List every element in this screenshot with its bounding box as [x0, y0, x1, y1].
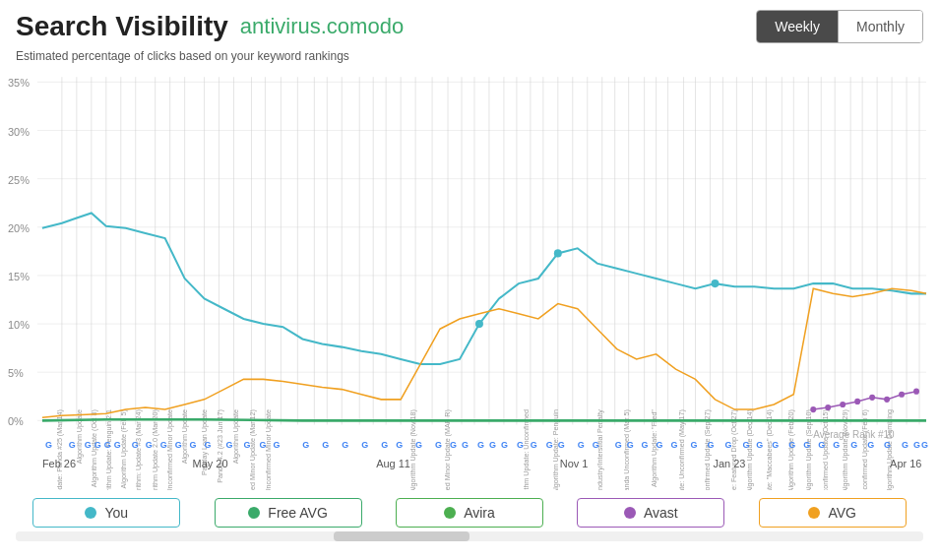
legend-item-avast[interactable]: Avast	[577, 498, 724, 528]
svg-text:G: G	[160, 440, 167, 450]
legend-item-you[interactable]: You	[32, 498, 180, 528]
svg-text:15%: 15%	[8, 271, 30, 282]
svg-text:G: G	[867, 440, 874, 450]
svg-text:G: G	[913, 440, 920, 450]
svg-text:G: G	[396, 440, 403, 450]
legend-item-free-avg[interactable]: Free AVG	[215, 498, 362, 528]
svg-text:30%: 30%	[8, 125, 30, 137]
svg-text:Algorithm Unconfirmed Minor Up: Algorithm Unconfirmed Minor Update (Mar …	[250, 409, 258, 490]
horizontal-scrollbar[interactable]	[16, 531, 923, 541]
legend-label-avast: Avast	[644, 505, 678, 521]
svg-text:Algorithm: Update #3 (Mar 24): Algorithm: Update #3 (Mar 24)	[135, 409, 143, 490]
svg-text:G: G	[850, 440, 857, 450]
svg-text:G: G	[788, 440, 795, 450]
svg-text:G: G	[132, 440, 139, 450]
svg-text:G: G	[593, 440, 599, 450]
svg-text:G: G	[724, 440, 731, 450]
header: Search Visibility antivirus.comodo Weekl…	[0, 0, 939, 47]
svg-text:Nov 1: Nov 1	[560, 458, 589, 469]
svg-text:G: G	[772, 440, 779, 450]
svg-text:G: G	[273, 440, 280, 450]
svg-text:G: G	[94, 440, 101, 450]
svg-text:Unconfirmed Minor Update: Unconfirmed Minor Update	[266, 409, 274, 490]
svg-text:G: G	[742, 440, 749, 450]
svg-text:G: G	[531, 440, 537, 450]
svg-text:G: G	[381, 440, 388, 450]
svg-text:G: G	[104, 440, 111, 450]
svg-text:Unconfirmed Minor Update: Unconfirmed Minor Update	[166, 409, 174, 490]
svg-text:G: G	[450, 440, 457, 450]
svg-text:G: G	[489, 440, 496, 450]
svg-text:G: G	[627, 440, 634, 450]
svg-text:G: G	[707, 440, 714, 450]
you-dot	[85, 507, 96, 519]
svg-point-109	[554, 249, 562, 257]
page-title: Search Visibility	[16, 11, 228, 42]
svg-text:5%: 5%	[8, 367, 24, 379]
title-area: Search Visibility antivirus.comodo	[16, 11, 404, 42]
svg-text:G: G	[546, 440, 553, 450]
svg-text:G: G	[146, 440, 153, 450]
svg-text:Algorithm Update 2.0 (Mar 20): Algorithm Update 2.0 (Mar 20)	[152, 409, 159, 490]
legend: You Free AVG Avira Avast AVG	[0, 490, 939, 531]
svg-text:G: G	[361, 440, 368, 450]
chart-subtitle: Estimated percentage of clicks based on …	[0, 47, 939, 67]
svg-text:G: G	[833, 440, 840, 450]
weekly-button[interactable]: Weekly	[757, 11, 839, 42]
legend-item-avira[interactable]: Avira	[396, 498, 543, 528]
svg-text:Algorithm Update: Algorithm Update	[76, 409, 84, 464]
svg-text:G: G	[259, 440, 266, 450]
svg-text:G: G	[302, 440, 309, 450]
svg-text:G: G	[435, 440, 442, 450]
legend-item-avg[interactable]: AVG	[759, 498, 907, 528]
chart-svg: 35% 30% 25% 20% 15% 10% 5% 0%	[8, 67, 931, 490]
svg-text:G: G	[578, 440, 585, 450]
svg-text:10%: 10%	[8, 319, 30, 331]
svg-text:G: G	[803, 440, 810, 450]
svg-text:G: G	[114, 440, 121, 450]
svg-text:G: G	[45, 440, 52, 450]
svg-text:G: G	[85, 440, 92, 450]
avg-rank-label: Average Rank #10	[813, 429, 895, 440]
chart-container: 35% 30% 25% 20% 15% 10% 5% 0%	[0, 67, 939, 490]
monthly-button[interactable]: Monthly	[839, 11, 922, 42]
svg-text:G: G	[226, 440, 233, 450]
svg-text:20%: 20%	[8, 222, 30, 234]
avg-dot	[808, 507, 820, 519]
svg-text:G: G	[342, 440, 348, 450]
svg-text:Aug 11: Aug 11	[376, 458, 410, 469]
legend-label-free-avg: Free AVG	[268, 505, 327, 521]
legend-label-avira: Avira	[464, 505, 495, 521]
svg-text:G: G	[642, 440, 649, 450]
svg-text:G: G	[243, 440, 250, 450]
svg-point-108	[475, 320, 483, 328]
scrollbar-thumb[interactable]	[334, 531, 470, 541]
svg-text:G: G	[691, 440, 698, 450]
free-avg-dot	[248, 507, 260, 519]
svg-text:May 20: May 20	[193, 458, 228, 469]
svg-text:Apr 16: Apr 16	[890, 458, 921, 469]
svg-text:0%: 0%	[8, 415, 24, 427]
svg-text:G: G	[477, 440, 484, 450]
svg-text:G: G	[205, 440, 212, 450]
svg-text:G: G	[69, 440, 76, 450]
svg-text:G: G	[615, 440, 622, 450]
svg-text:G: G	[902, 440, 908, 450]
svg-text:G: G	[190, 440, 197, 450]
svg-text:G: G	[501, 440, 508, 450]
svg-text:G: G	[756, 440, 763, 450]
svg-text:Jan 23: Jan 23	[713, 458, 745, 469]
toggle-button-group: Weekly Monthly	[756, 10, 923, 43]
legend-label-you: You	[104, 505, 128, 521]
svg-text:Algorithm Update: Algorithm Update	[181, 409, 189, 464]
svg-text:G: G	[415, 440, 422, 450]
svg-text:G: G	[884, 440, 891, 450]
svg-text:G: G	[558, 440, 565, 450]
svg-text:G: G	[175, 440, 182, 450]
avira-dot	[444, 507, 456, 519]
legend-label-avg: AVG	[828, 505, 856, 521]
svg-text:G: G	[818, 440, 825, 450]
svg-text:Algorithm Update: Algorithm Update	[232, 409, 240, 464]
svg-text:Feb 26: Feb 26	[42, 458, 76, 469]
svg-text:35%: 35%	[8, 77, 30, 89]
